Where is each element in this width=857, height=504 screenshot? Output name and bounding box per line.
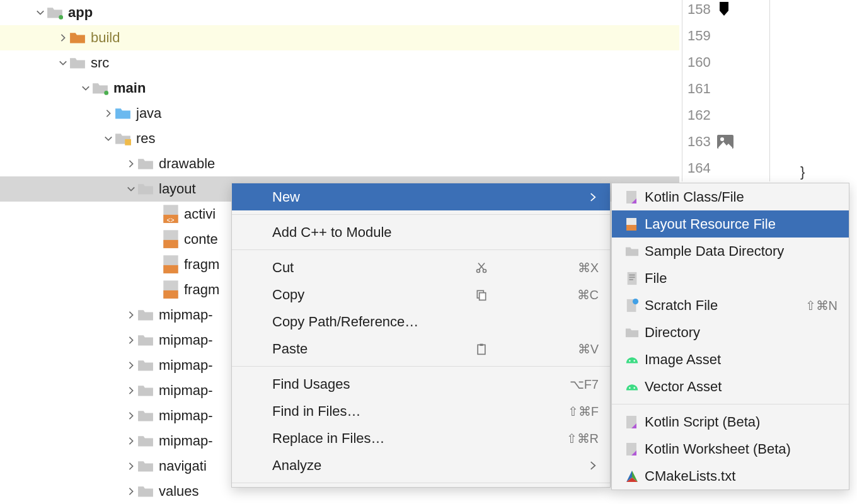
tree-label: main xyxy=(113,80,146,96)
excluded-folder-icon xyxy=(69,31,86,45)
menu-item-new[interactable]: New xyxy=(232,183,610,210)
tree-label: values xyxy=(159,483,199,500)
svg-rect-9 xyxy=(163,265,178,273)
menu-label: Add C++ to Module xyxy=(272,224,599,241)
menu-item-sample-data-dir[interactable]: Sample Data Directory xyxy=(612,238,849,265)
chevron-right-icon xyxy=(125,159,137,168)
menu-item-image-asset[interactable]: Image Asset xyxy=(612,346,849,373)
menu-label: Image Asset xyxy=(645,352,837,368)
xml-file-icon: <> xyxy=(163,207,179,221)
chevron-right-icon xyxy=(125,437,137,445)
module-folder-icon xyxy=(92,81,108,95)
folder-icon xyxy=(137,409,154,423)
menu-item-file[interactable]: File xyxy=(612,265,849,292)
tree-item-build[interactable]: build xyxy=(0,25,679,50)
copy-icon xyxy=(473,289,490,301)
kotlin-file-icon xyxy=(623,190,641,204)
menu-item-vector-asset[interactable]: Vector Asset xyxy=(612,373,849,400)
chevron-right-icon xyxy=(102,109,115,118)
menu-item-cut[interactable]: Cut ⌘X xyxy=(232,254,610,281)
menu-item-directory[interactable]: Directory xyxy=(612,319,849,346)
menu-label: Cut xyxy=(272,260,578,276)
line-number: 164 xyxy=(682,155,769,181)
menu-shortcut: ⌘V xyxy=(578,341,599,357)
menu-label: Layout Resource File xyxy=(645,216,837,232)
line-number: 160 xyxy=(682,49,769,76)
gutter-image-icon[interactable] xyxy=(717,135,733,149)
menu-item-scratch-file[interactable]: Scratch File ⇧⌘N xyxy=(612,292,849,319)
tree-label: res xyxy=(136,130,156,147)
folder-icon xyxy=(623,326,641,340)
tree-label: mipmap- xyxy=(159,307,213,323)
menu-shortcut: ⌘C xyxy=(577,287,599,302)
tree-item-drawable[interactable]: drawable xyxy=(0,151,679,176)
menu-label: Find in Files… xyxy=(272,403,568,420)
folder-icon xyxy=(137,157,154,171)
kotlin-file-icon xyxy=(623,442,641,456)
svg-rect-7 xyxy=(163,240,178,248)
cut-icon xyxy=(473,261,490,274)
menu-item-find-in-files[interactable]: Find in Files… ⇧⌘F xyxy=(232,398,610,425)
chevron-right-icon xyxy=(125,462,137,471)
menu-item-layout-resource-file[interactable]: Layout Resource File xyxy=(612,210,849,238)
tree-item-res[interactable]: res xyxy=(0,126,679,151)
menu-item-analyze[interactable]: Analyze xyxy=(232,452,610,479)
editor-gutter: 158 159 160 161 162 163 164 xyxy=(682,0,770,181)
chevron-down-icon xyxy=(125,185,137,193)
chevron-right-icon xyxy=(125,336,137,345)
new-submenu: Kotlin Class/File Layout Resource File S… xyxy=(611,183,849,490)
tree-label: mipmap- xyxy=(159,382,213,399)
android-icon xyxy=(623,353,641,367)
menu-item-kotlin-class[interactable]: Kotlin Class/File xyxy=(612,183,849,210)
folder-icon xyxy=(69,56,86,70)
folder-icon xyxy=(137,182,154,196)
folder-icon xyxy=(137,459,154,473)
menu-label: Scratch File xyxy=(645,297,805,314)
line-number: 158 xyxy=(682,0,769,23)
menu-separator xyxy=(232,366,610,367)
tree-item-src[interactable]: src xyxy=(0,50,679,76)
menu-item-paste[interactable]: Paste ⌘V xyxy=(232,335,610,362)
tree-label: app xyxy=(68,4,93,21)
menu-item-kotlin-worksheet[interactable]: Kotlin Worksheet (Beta) xyxy=(612,435,849,462)
chevron-down-icon xyxy=(79,84,92,93)
menu-label: Sample Data Directory xyxy=(645,243,837,260)
line-number: 162 xyxy=(682,102,769,129)
menu-item-add-cpp[interactable]: Add C++ to Module xyxy=(232,219,610,246)
chevron-right-icon xyxy=(57,33,69,42)
editor-code: } xyxy=(762,0,857,185)
tree-item-app[interactable]: app xyxy=(0,0,679,25)
line-number: 159 xyxy=(682,23,769,49)
menu-item-find-usages[interactable]: Find Usages ⌥F7 xyxy=(232,370,610,398)
menu-item-kotlin-script[interactable]: Kotlin Script (Beta) xyxy=(612,408,849,435)
menu-label: Analyze xyxy=(272,457,590,474)
tree-label: fragm xyxy=(184,282,219,298)
submenu-arrow-icon xyxy=(590,193,599,202)
menu-label: Kotlin Worksheet (Beta) xyxy=(645,441,837,457)
tree-item-java[interactable]: java xyxy=(0,101,679,126)
gutter-color-icon[interactable] xyxy=(717,2,731,17)
menu-item-copy[interactable]: Copy ⌘C xyxy=(232,281,610,308)
tree-label: java xyxy=(136,105,161,122)
svg-rect-24 xyxy=(629,274,635,275)
tree-item-main[interactable]: main xyxy=(0,76,679,101)
menu-shortcut: ⇧⌘F xyxy=(568,404,599,419)
menu-label: Directory xyxy=(645,324,837,341)
menu-item-replace-in-files[interactable]: Replace in Files… ⇧⌘R xyxy=(232,425,610,452)
menu-separator xyxy=(612,404,849,404)
tree-label: mipmap- xyxy=(159,357,213,374)
chevron-right-icon xyxy=(125,411,137,420)
folder-icon xyxy=(623,244,641,258)
svg-rect-26 xyxy=(629,278,633,280)
scratch-file-icon xyxy=(623,299,641,312)
menu-label: Vector Asset xyxy=(645,379,837,395)
menu-separator xyxy=(232,249,610,250)
folder-icon xyxy=(137,484,154,498)
cmake-icon xyxy=(623,469,641,483)
tree-label: navigati xyxy=(159,458,207,474)
svg-rect-22 xyxy=(626,225,636,231)
svg-point-31 xyxy=(629,387,631,389)
menu-item-copy-path[interactable]: Copy Path/Reference… xyxy=(232,308,610,335)
menu-item-cmakelists[interactable]: CMakeLists.txt xyxy=(612,462,849,490)
menu-shortcut: ⌥F7 xyxy=(570,377,599,392)
